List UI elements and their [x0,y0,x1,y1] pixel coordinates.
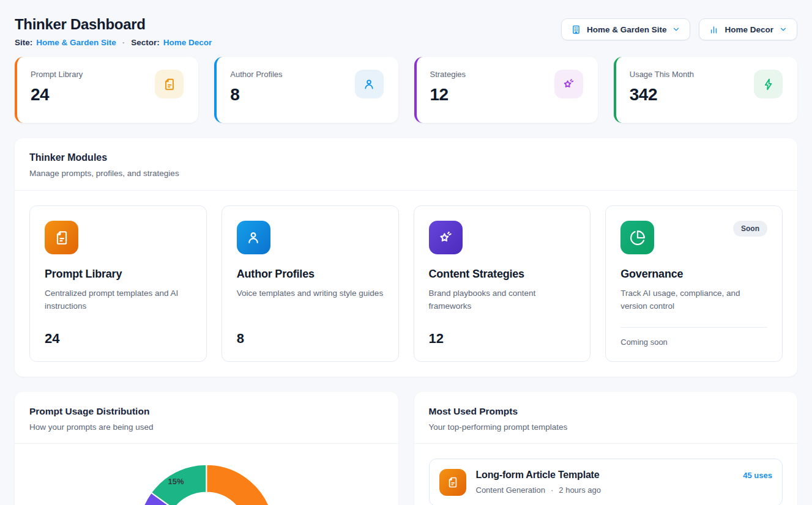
donut-segment-orange[interactable] [206,465,274,505]
module-count: 8 [237,331,384,347]
prompt-meta: Content Generation · 2 hours ago [476,485,734,495]
document-icon [155,70,184,98]
module-title: Prompt Library [45,268,192,281]
card-header: Most Used Prompts Your top-performing pr… [414,392,798,443]
module-count: 24 [45,331,192,347]
stat-label: Prompt Library [31,70,83,79]
lightning-icon [754,70,783,98]
stat-card-author-profiles: Author Profiles 8 [214,57,398,123]
prompt-list: Long-form Article Template Content Gener… [414,444,798,505]
site-selector-label: Home & Garden Site [587,25,667,34]
stat-text: Prompt Library 24 [31,70,83,108]
bottom-row: Prompt Usage Distribution How your promp… [15,392,797,505]
header-selectors: Home & Garden Site Home Decor [561,18,797,40]
chevron-down-icon [672,25,680,34]
card-subtitle: Your top-performing prompt templates [429,422,783,432]
donut-chart: 15% [15,444,398,505]
most-used-prompts-card: Most Used Prompts Your top-performing pr… [414,392,798,505]
panel-subtitle: Manage prompts, profiles, and strategies [29,169,783,178]
card-title: Prompt Usage Distribution [29,406,384,417]
pie-chart-icon [620,221,654,254]
separator-dot: · [122,38,125,47]
module-description: Voice templates and writing style guides [237,287,384,300]
sector-selector-button[interactable]: Home Decor [699,18,797,40]
dashboard-page: Thinker Dashboard Site: Home & Garden Si… [0,0,812,505]
stat-card-strategies: Strategies 12 [414,57,598,123]
module-title: Governance [620,268,767,281]
stat-card-usage: Usage This Month 342 [614,57,797,123]
star-sparkle-icon [554,70,583,98]
star-sparkle-icon [429,221,463,254]
card-subtitle: How your prompts are being used [29,422,384,432]
prompt-title: Long-form Article Template [476,470,734,481]
stat-text: Author Profiles 8 [230,70,282,108]
sector-label: Sector: [131,38,160,47]
module-description: Track AI usage, compliance, and version … [620,287,767,313]
module-card-content-strategies[interactable]: Content Strategies Brand playbooks and c… [414,205,591,362]
panel-header: Thinker Modules Manage prompts, profiles… [15,138,797,190]
module-count: 12 [429,331,576,347]
module-card-prompt-library[interactable]: Prompt Library Centralized prompt templa… [29,205,207,362]
module-card-author-profiles[interactable]: Author Profiles Voice templates and writ… [222,205,399,362]
prompt-time: 2 hours ago [559,485,601,495]
sector-selector-label: Home Decor [724,25,773,34]
thinker-modules-panel: Thinker Modules Manage prompts, profiles… [15,138,797,377]
header-left: Thinker Dashboard Site: Home & Garden Si… [15,16,212,47]
site-selector-button[interactable]: Home & Garden Site [561,18,691,40]
stat-text: Strategies 12 [430,70,466,108]
prompt-uses-count: 45 uses [743,469,772,480]
stat-card-prompt-library: Prompt Library 24 [15,57,198,123]
breadcrumb: Site: Home & Garden Site · Sector: Home … [15,38,212,47]
stats-row: Prompt Library 24 Author Profiles 8 Stra… [15,57,797,123]
separator-dot: · [551,485,553,495]
chevron-down-icon [779,25,788,34]
stat-label: Usage This Month [630,70,694,79]
stat-value: 24 [31,85,83,105]
soon-badge: Soon [733,221,767,237]
stat-label: Author Profiles [230,70,282,79]
card-title: Most Used Prompts [429,406,783,417]
prompt-info: Long-form Article Template Content Gener… [476,469,734,495]
user-icon [355,70,384,98]
user-icon [237,221,270,254]
donut-segment-label: 15% [168,477,184,486]
stat-value: 8 [230,85,282,105]
module-description: Centralized prompt templates and AI inst… [45,287,192,313]
page-title: Thinker Dashboard [15,16,212,33]
prompt-list-item[interactable]: Long-form Article Template Content Gener… [429,459,783,505]
building-icon [571,24,581,35]
coming-soon-text: Coming soon [620,337,767,347]
stat-value: 12 [430,85,466,105]
usage-distribution-card: Prompt Usage Distribution How your promp… [15,392,398,505]
stat-text: Usage This Month 342 [630,70,694,108]
sector-link[interactable]: Home Decor [163,38,212,47]
prompt-category: Content Generation [476,485,545,495]
card-header: Prompt Usage Distribution How your promp… [15,392,398,443]
module-title: Content Strategies [429,268,576,281]
bar-chart-icon [709,24,719,35]
stat-label: Strategies [430,70,466,79]
page-header: Thinker Dashboard Site: Home & Garden Si… [15,16,797,47]
stat-value: 342 [630,85,694,105]
module-card-governance[interactable]: Soon Governance Track AI usage, complian… [605,205,783,362]
module-description: Brand playbooks and content frameworks [429,287,576,313]
panel-title: Thinker Modules [29,152,783,163]
document-icon [439,469,466,496]
module-title: Author Profiles [237,268,384,281]
site-link[interactable]: Home & Garden Site [36,38,116,47]
modules-grid: Prompt Library Centralized prompt templa… [29,205,783,362]
site-label: Site: [15,38,32,47]
panel-body: Prompt Library Centralized prompt templa… [15,191,797,377]
divider [620,327,767,328]
document-icon [45,221,78,254]
